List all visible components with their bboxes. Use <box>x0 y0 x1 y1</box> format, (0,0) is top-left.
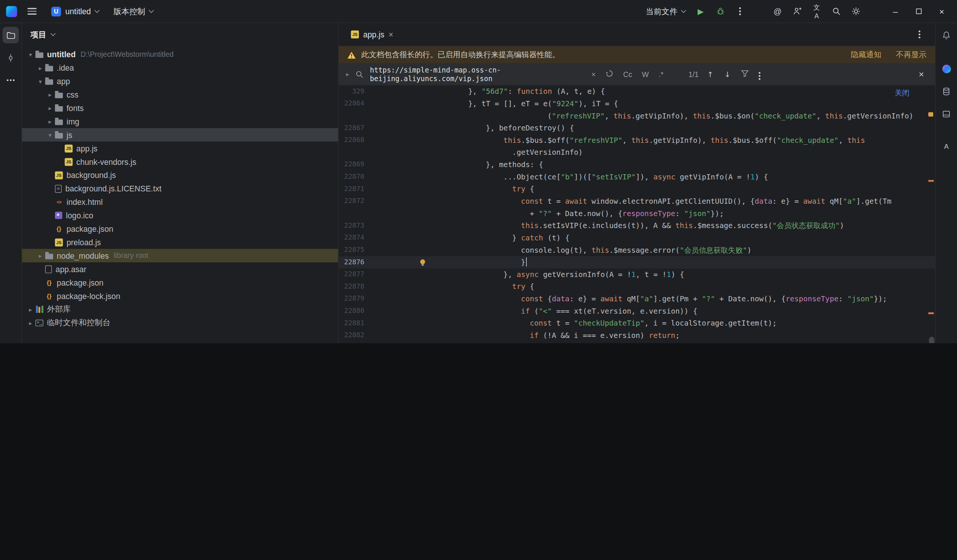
tree-item[interactable]: ▸.idea <box>22 61 338 74</box>
more-tool-windows-button[interactable] <box>3 72 19 88</box>
code-area[interactable]: 329}, "56d7": function (A, t, e) {22864}… <box>339 85 935 343</box>
project-widget[interactable]: U untitled <box>47 4 103 19</box>
code-line[interactable]: 22875console.log(t), this.$message.error… <box>339 244 935 256</box>
settings-button[interactable] <box>847 3 864 19</box>
debug-button[interactable] <box>712 3 729 19</box>
tree-item[interactable]: ▸img <box>22 115 338 128</box>
match-case-toggle[interactable]: Cc <box>621 69 634 80</box>
next-match-button[interactable]: ↓ <box>722 69 733 80</box>
chevron-right-icon[interactable]: ▸ <box>26 306 36 312</box>
dont-show-again-link[interactable]: 不再显示 <box>896 50 927 60</box>
newline-toggle-icon[interactable] <box>604 68 615 80</box>
code-line[interactable]: 22880if ("<" === xt(eT.version, e.versio… <box>339 305 935 317</box>
translate-button[interactable]: 文A <box>808 3 826 19</box>
code-line[interactable]: 22878try { <box>339 281 935 293</box>
chevron-right-icon[interactable]: ▸ <box>45 118 55 125</box>
code-line[interactable]: 22877}, async getVersionInfo(A = !1, t =… <box>339 268 935 281</box>
tree-item[interactable]: ▾untitledD:\Project\Webstorm\untitled <box>22 47 338 61</box>
code-line[interactable]: .getVersionInfo) <box>339 147 935 159</box>
chevron-right-icon[interactable]: ▸ <box>36 64 45 71</box>
tree-item[interactable]: JSbackground.js <box>22 168 338 182</box>
code-line[interactable]: 22883localStorage.setItem(t, e.version); <box>339 342 935 343</box>
project-panel-header[interactable]: 项目 <box>22 23 338 46</box>
search-input[interactable]: https://simple-mind-map.oss-cn-beijing.a… <box>370 65 583 83</box>
tree-item[interactable]: ▾app <box>22 74 338 88</box>
tree-item[interactable]: ▾js <box>22 128 338 142</box>
vcs-widget[interactable]: 版本控制 <box>109 3 157 19</box>
tab-options-button[interactable] <box>911 27 928 42</box>
code-line[interactable]: 22881const t = "checkUpdateTip", i = loc… <box>339 317 935 330</box>
mentions-button[interactable]: @ <box>769 3 786 19</box>
code-line[interactable]: 22870...Object(ce["b"])(["setIsVIP"]), a… <box>339 171 935 183</box>
chevron-right-icon[interactable]: ▸ <box>45 91 55 98</box>
chevron-down-icon[interactable]: ▾ <box>45 132 55 138</box>
code-line[interactable]: 22882if (!A && i === e.version) return; <box>339 329 935 342</box>
translation-tool-button[interactable]: A <box>938 138 954 155</box>
tab-close-icon[interactable]: × <box>389 30 393 39</box>
stripe-warning-marker[interactable] <box>928 112 933 116</box>
tree-item[interactable]: {}package-lock.json <box>22 289 338 303</box>
code-line[interactable]: 22874} catch (t) { <box>339 232 935 244</box>
close-find-bar-button[interactable]: × <box>915 68 928 80</box>
code-line[interactable]: 22872const t = await window.electronAPI.… <box>339 195 935 207</box>
layout-button[interactable] <box>938 106 954 122</box>
run-config-widget[interactable]: 当前文件 <box>641 3 690 19</box>
chevron-right-icon[interactable]: ▸ <box>26 319 36 326</box>
regex-toggle[interactable]: .* <box>657 69 665 80</box>
tree-item[interactable]: ▸node_moduleslibrary root <box>22 249 338 262</box>
editor-scrollbar[interactable] <box>929 337 935 343</box>
search-options-button[interactable] <box>756 69 762 80</box>
code-line[interactable]: 22864}, tT = [], eT = e("9224"), iT = { <box>339 98 935 110</box>
commit-tool-button[interactable] <box>3 49 19 66</box>
chevron-down-icon[interactable]: ▾ <box>36 78 45 85</box>
clear-search-icon[interactable]: × <box>589 69 597 80</box>
tree-item[interactable]: JSpreload.js <box>22 235 338 249</box>
code-line[interactable]: 329}, "56d7": function (A, t, e) { <box>339 85 935 98</box>
close-banner-link[interactable]: 关闭 <box>895 88 909 98</box>
code-line[interactable]: 22873this.setIsVIP(e.includes(t)), A && … <box>339 219 935 232</box>
window-minimize-button[interactable]: – <box>885 3 906 20</box>
tree-item[interactable]: ▸外部库 <box>22 303 338 316</box>
chevron-right-icon[interactable]: ▸ <box>45 105 55 111</box>
ai-assistant-button[interactable] <box>938 61 954 77</box>
filter-button[interactable] <box>739 68 751 80</box>
tree-item[interactable]: ▸css <box>22 88 338 101</box>
tree-item[interactable]: JSapp.js <box>22 142 338 155</box>
tab-app-js[interactable]: JS app.js × <box>345 23 399 46</box>
tree-item[interactable]: <>index.html <box>22 195 338 208</box>
window-close-button[interactable]: × <box>931 3 952 20</box>
tree-item[interactable]: ≡background.js.LICENSE.txt <box>22 182 338 195</box>
notifications-button[interactable] <box>938 27 954 43</box>
code-line[interactable]: 22868this.$bus.$off("refreshVIP", this.g… <box>339 134 935 147</box>
expand-replace-icon[interactable]: ▸ <box>346 71 349 77</box>
search-everywhere-button[interactable] <box>828 3 845 19</box>
code-line[interactable]: 22871try { <box>339 183 935 196</box>
project-tool-button[interactable] <box>3 27 19 43</box>
database-button[interactable] <box>938 83 954 99</box>
more-actions-button[interactable] <box>731 3 749 19</box>
tree-item[interactable]: ▸>_临时文件和控制台 <box>22 316 338 329</box>
code-line[interactable]: 22879const {data: e} = await qM["a"].get… <box>339 293 935 305</box>
hide-notification-link[interactable]: 隐藏通知 <box>851 50 881 60</box>
tree-item[interactable]: {}package.json <box>22 222 338 235</box>
code-line[interactable]: 22869}, methods: { <box>339 158 935 171</box>
code-line[interactable]: 22876} <box>339 256 935 268</box>
chevron-down-icon[interactable]: ▾ <box>26 51 36 58</box>
stripe-error-marker[interactable] <box>928 312 934 314</box>
words-toggle[interactable]: W <box>640 69 651 80</box>
code-line[interactable]: 22867}, beforeDestroy() { <box>339 122 935 134</box>
tree-item[interactable]: app.asar <box>22 262 338 276</box>
main-menu-button[interactable] <box>23 6 41 17</box>
chevron-right-icon[interactable]: ▸ <box>36 252 45 259</box>
previous-match-button[interactable]: ↑ <box>705 69 715 80</box>
code-with-me-button[interactable] <box>788 3 805 19</box>
tree-item[interactable]: {}package.json <box>22 276 338 289</box>
window-maximize-button[interactable] <box>908 3 929 20</box>
code-line[interactable]: ("refreshVIP", this.getVipInfo), this.$b… <box>339 110 935 122</box>
code-line[interactable]: + "?" + Date.now(), {responseType: "json… <box>339 207 935 220</box>
run-button[interactable]: ▶ <box>692 3 709 19</box>
tree-item[interactable]: logo.ico <box>22 208 338 222</box>
tree-item[interactable]: ▸fonts <box>22 101 338 115</box>
tree-item[interactable]: JSchunk-vendors.js <box>22 155 338 168</box>
stripe-error-marker[interactable] <box>928 180 934 182</box>
